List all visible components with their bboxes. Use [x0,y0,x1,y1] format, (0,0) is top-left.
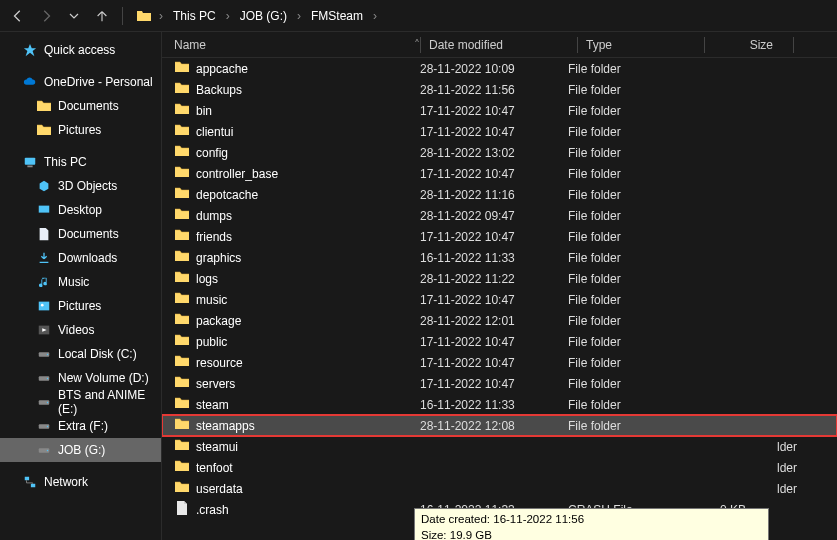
sidebar-this-pc[interactable]: This PC [0,150,161,174]
file-name: depotcache [196,188,258,202]
table-row[interactable]: userdata lder [162,478,837,499]
table-row[interactable]: clientui 17-11-2022 10:47 File folder [162,121,837,142]
recent-dropdown[interactable] [60,2,88,30]
toolbar: › This PC › JOB (G:) › FMSteam › [0,0,837,32]
file-date: 28-11-2022 11:22 [420,272,568,286]
folder-icon [174,395,190,414]
file-type: File folder [568,167,686,181]
table-row[interactable]: bin 17-11-2022 10:47 File folder [162,100,837,121]
separator [122,7,123,25]
sidebar-onedrive[interactable]: OneDrive - Personal [0,70,161,94]
chevron-right-icon[interactable]: › [224,9,232,23]
item-icon [36,394,52,410]
sidebar-item[interactable]: Documents [0,222,161,246]
sidebar-item[interactable]: Pictures [0,118,161,142]
file-type: File folder [568,356,686,370]
sidebar-item[interactable]: Documents [0,94,161,118]
breadcrumb-folder[interactable]: FMSteam [307,7,367,25]
file-name: package [196,314,241,328]
breadcrumb[interactable]: › This PC › JOB (G:) › FMSteam › [129,7,379,25]
sidebar-item[interactable]: New Volume (D:) [0,366,161,390]
table-row[interactable]: steam 16-11-2022 11:33 File folder [162,394,837,415]
sidebar-item-label: Music [58,275,89,289]
table-row[interactable]: dumps 28-11-2022 09:47 File folder [162,205,837,226]
folder-icon [135,7,153,25]
table-row[interactable]: appcache 28-11-2022 10:09 File folder [162,58,837,79]
sidebar-item[interactable]: Extra (F:) [0,414,161,438]
folder-icon [36,122,52,138]
column-type[interactable]: Type [586,38,704,52]
sidebar-item[interactable]: 3D Objects [0,174,161,198]
breadcrumb-drive[interactable]: JOB (G:) [236,7,291,25]
table-row[interactable]: tenfoot lder [162,457,837,478]
sidebar-item-label: Network [44,475,88,489]
file-name: dumps [196,209,232,223]
sidebar-item[interactable]: Local Disk (C:) [0,342,161,366]
table-row[interactable]: servers 17-11-2022 10:47 File folder [162,373,837,394]
breadcrumb-this-pc[interactable]: This PC [169,7,220,25]
svg-rect-1 [25,158,36,165]
table-row[interactable]: graphics 16-11-2022 11:33 File folder [162,247,837,268]
file-type: File folder [568,251,686,265]
star-icon [22,42,38,58]
column-name[interactable]: Name ˄ [162,38,420,52]
sidebar-item-label: Desktop [58,203,102,217]
svg-point-5 [41,304,44,307]
content-area: Name ˄ Date modified Type Size appcache … [162,32,837,540]
table-row[interactable]: resource 17-11-2022 10:47 File folder [162,352,837,373]
chevron-right-icon[interactable]: › [157,9,165,23]
up-button[interactable] [88,2,116,30]
item-icon [36,442,52,458]
item-icon [36,370,52,386]
file-type: File folder [568,62,686,76]
svg-point-14 [47,426,48,427]
sidebar-item[interactable]: BTS and ANIME (E:) [0,390,161,414]
chevron-right-icon[interactable]: › [295,9,303,23]
sidebar-item-label: Pictures [58,299,101,313]
file-date: 17-11-2022 10:47 [420,104,568,118]
table-row[interactable]: depotcache 28-11-2022 11:16 File folder [162,184,837,205]
folder-icon [174,101,190,120]
table-row[interactable]: steamui lder [162,436,837,457]
sidebar-item[interactable]: Pictures [0,294,161,318]
sidebar-network[interactable]: Network [0,470,161,494]
file-date: 16-11-2022 11:33 [420,398,568,412]
folder-icon [174,185,190,204]
folder-icon [174,311,190,330]
sidebar-quick-access[interactable]: Quick access [0,38,161,62]
table-row[interactable]: music 17-11-2022 10:47 File folder [162,289,837,310]
sidebar: Quick access OneDrive - Personal Documen… [0,32,162,540]
file-name: steam [196,398,229,412]
file-name: logs [196,272,218,286]
table-row[interactable]: config 28-11-2022 13:02 File folder [162,142,837,163]
sidebar-item-label: Downloads [58,251,117,265]
svg-point-8 [47,354,48,355]
sidebar-item-label: JOB (G:) [58,443,105,457]
sidebar-item[interactable]: Downloads [0,246,161,270]
tooltip: Date created: 16-11-2022 11:56Size: 19.9… [414,508,769,540]
file-name: friends [196,230,232,244]
sidebar-item[interactable]: Desktop [0,198,161,222]
forward-button[interactable] [32,2,60,30]
folder-icon [174,80,190,99]
file-type: File folder [568,230,686,244]
back-button[interactable] [4,2,32,30]
file-name: resource [196,356,243,370]
sidebar-item[interactable]: Music [0,270,161,294]
column-size[interactable]: Size [713,38,793,52]
table-row[interactable]: friends 17-11-2022 10:47 File folder [162,226,837,247]
item-icon [36,274,52,290]
table-row[interactable]: public 17-11-2022 10:47 File folder [162,331,837,352]
table-row[interactable]: controller_base 17-11-2022 10:47 File fo… [162,163,837,184]
chevron-right-icon[interactable]: › [371,9,379,23]
table-row[interactable]: logs 28-11-2022 11:22 File folder [162,268,837,289]
item-icon [36,322,52,338]
column-date[interactable]: Date modified [429,38,577,52]
sidebar-item[interactable]: JOB (G:) [0,438,161,462]
column-headers: Name ˄ Date modified Type Size [162,32,837,58]
sidebar-item[interactable]: Videos [0,318,161,342]
table-row[interactable]: package 28-11-2022 12:01 File folder [162,310,837,331]
table-row[interactable]: steamapps 28-11-2022 12:08 File folder [162,415,837,436]
table-row[interactable]: Backups 28-11-2022 11:56 File folder [162,79,837,100]
file-date: 16-11-2022 11:33 [420,251,568,265]
